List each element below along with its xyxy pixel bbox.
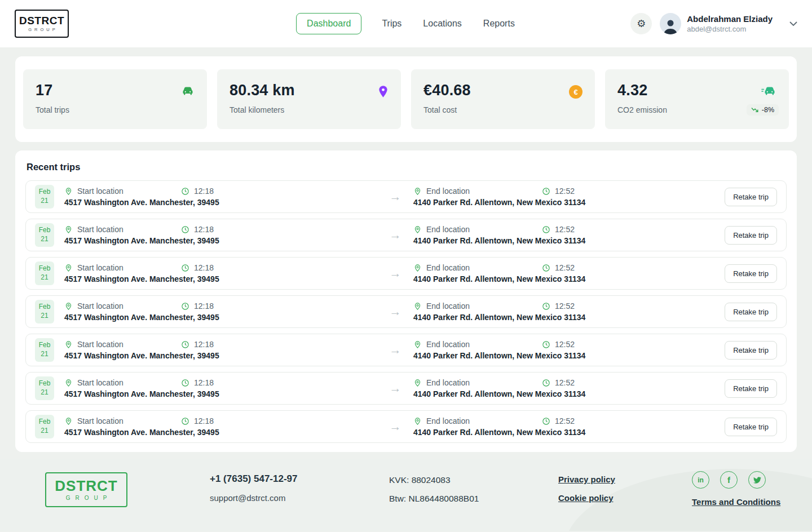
clock-icon bbox=[542, 379, 550, 387]
trip-row: Feb 21 Start location 12:18 4 bbox=[25, 295, 787, 328]
footer-logo-sub: GROUP bbox=[61, 495, 112, 501]
privacy-policy-link[interactable]: Privacy policy bbox=[558, 475, 615, 484]
nav-tab-locations[interactable]: Locations bbox=[422, 14, 463, 34]
stats-summary: 17 Total trips 80.34 km Total kilometers… bbox=[15, 56, 797, 142]
nav-tab-reports[interactable]: Reports bbox=[482, 14, 516, 34]
retake-trip-button[interactable]: Retake trip bbox=[725, 418, 777, 436]
location-pin-icon bbox=[413, 340, 422, 349]
gear-icon: ⚙ bbox=[637, 17, 646, 30]
start-address: 4517 Washington Ave. Manchester, 39495 bbox=[64, 428, 383, 437]
end-location-label: End location bbox=[426, 378, 470, 387]
start-time: 12:18 bbox=[194, 225, 214, 234]
footer-email[interactable]: support@dstrct.com bbox=[210, 493, 297, 503]
recent-trips-title: Recent trips bbox=[27, 162, 787, 172]
trip-date-badge: Feb 21 bbox=[35, 223, 54, 246]
end-time: 12:52 bbox=[555, 340, 575, 349]
trip-end-block: End location 12:52 4140 Parker Rd. Allen… bbox=[413, 416, 718, 437]
start-address: 4517 Washington Ave. Manchester, 39495 bbox=[64, 313, 383, 322]
end-location-label: End location bbox=[426, 187, 470, 196]
end-location-label: End location bbox=[426, 302, 470, 311]
end-address: 4140 Parker Rd. Allentown, New Mexico 31… bbox=[413, 313, 718, 322]
retake-trip-button[interactable]: Retake trip bbox=[725, 303, 777, 321]
trip-row: Feb 21 Start location 12:18 4 bbox=[25, 257, 787, 290]
trip-row: Feb 21 Start location 12:18 4 bbox=[25, 372, 787, 405]
trip-date-day: 21 bbox=[41, 273, 48, 282]
twitter-button[interactable] bbox=[748, 471, 766, 489]
main-nav: Dashboard Trips Locations Reports bbox=[296, 13, 516, 34]
stat-card-co2-emission: 4.32 CO2 emission -8% bbox=[605, 69, 789, 129]
clock-icon bbox=[542, 417, 550, 425]
trip-date-month: Feb bbox=[39, 226, 51, 235]
footer-logo: DSTRCT GROUP bbox=[45, 472, 127, 507]
terms-and-conditions-link[interactable]: Terms and Conditions bbox=[692, 497, 780, 507]
eco-car-icon bbox=[761, 85, 776, 97]
end-address: 4140 Parker Rd. Allentown, New Mexico 31… bbox=[413, 198, 718, 207]
footer-contact: +1 (7635) 547-12-97 support@dstrct.com bbox=[210, 473, 297, 503]
nav-tab-dashboard[interactable]: Dashboard bbox=[296, 13, 361, 34]
location-pin-icon bbox=[64, 225, 73, 234]
start-address: 4517 Washington Ave. Manchester, 39495 bbox=[64, 236, 383, 245]
nav-tab-trips[interactable]: Trips bbox=[381, 14, 403, 34]
trip-end-block: End location 12:52 4140 Parker Rd. Allen… bbox=[413, 187, 718, 207]
end-time: 12:52 bbox=[555, 263, 575, 272]
stat-value: 80.34 km bbox=[230, 82, 389, 99]
location-pin-icon bbox=[413, 379, 422, 387]
user-menu[interactable]: Abdelrahman Elziady abdel@dstrct.com bbox=[660, 13, 773, 34]
end-address: 4140 Parker Rd. Allentown, New Mexico 31… bbox=[413, 274, 718, 283]
start-location-label: Start location bbox=[77, 225, 123, 234]
start-time: 12:18 bbox=[194, 416, 214, 425]
trip-date-badge: Feb 21 bbox=[35, 261, 54, 285]
trip-start-block: Start location 12:18 4517 Washington Ave… bbox=[64, 187, 383, 207]
linkedin-icon: in bbox=[698, 476, 704, 484]
linkedin-button[interactable]: in bbox=[692, 471, 709, 489]
chevron-down-icon[interactable] bbox=[789, 21, 797, 26]
end-location-label: End location bbox=[426, 225, 470, 234]
trip-date-month: Feb bbox=[39, 303, 51, 312]
trip-end-block: End location 12:52 4140 Parker Rd. Allen… bbox=[413, 225, 718, 245]
retake-trip-button[interactable]: Retake trip bbox=[725, 226, 777, 245]
start-address: 4517 Washington Ave. Manchester, 39495 bbox=[64, 274, 383, 283]
footer-social: in f Terms and Conditions bbox=[692, 471, 788, 507]
header-right: ⚙ Abdelrahman Elziady abdel@dstrct.com bbox=[516, 13, 797, 34]
app-logo[interactable]: DSTRCT GROUP bbox=[15, 10, 69, 38]
end-time: 12:52 bbox=[555, 378, 575, 387]
retake-trip-button[interactable]: Retake trip bbox=[725, 379, 777, 398]
avatar bbox=[660, 13, 681, 34]
twitter-icon bbox=[753, 477, 761, 484]
facebook-button[interactable]: f bbox=[720, 471, 738, 489]
footer: DSTRCT GROUP +1 (7635) 547-12-97 support… bbox=[0, 459, 812, 531]
trip-date-day: 21 bbox=[41, 197, 48, 206]
trip-date-month: Feb bbox=[39, 188, 51, 197]
header: DSTRCT GROUP Dashboard Trips Locations R… bbox=[0, 0, 812, 47]
location-pin-icon bbox=[413, 264, 422, 272]
car-icon bbox=[181, 85, 195, 97]
stat-label: Total trips bbox=[36, 105, 195, 114]
recent-trips-section: Recent trips Feb 21 Start location bbox=[15, 150, 797, 452]
location-pin-icon bbox=[64, 187, 73, 196]
start-time: 12:18 bbox=[194, 378, 214, 387]
start-time: 12:18 bbox=[194, 263, 214, 272]
trip-date-month: Feb bbox=[39, 379, 51, 388]
app-logo-sub: GROUP bbox=[25, 27, 58, 32]
trip-start-block: Start location 12:18 4517 Washington Ave… bbox=[64, 263, 383, 283]
trip-row: Feb 21 Start location 12:18 4 bbox=[25, 334, 787, 366]
footer-btw: Btw: NL864480088B01 bbox=[389, 494, 479, 504]
stat-card-total-cost: €40.68 Total cost € bbox=[411, 69, 595, 129]
clock-icon bbox=[542, 264, 550, 272]
stat-value: €40.68 bbox=[423, 82, 582, 99]
trip-date-badge: Feb 21 bbox=[35, 185, 54, 208]
retake-trip-button[interactable]: Retake trip bbox=[725, 264, 777, 283]
facebook-icon: f bbox=[727, 475, 730, 485]
location-pin-icon bbox=[413, 187, 422, 196]
retake-trip-button[interactable]: Retake trip bbox=[725, 188, 777, 206]
start-address: 4517 Washington Ave. Manchester, 39495 bbox=[64, 198, 383, 207]
clock-icon bbox=[181, 264, 189, 272]
cookie-policy-link[interactable]: Cookie policy bbox=[558, 493, 615, 503]
footer-phone[interactable]: +1 (7635) 547-12-97 bbox=[210, 473, 297, 485]
retake-trip-button[interactable]: Retake trip bbox=[725, 341, 777, 360]
stat-value: 4.32 bbox=[617, 82, 776, 99]
settings-button[interactable]: ⚙ bbox=[630, 13, 652, 34]
stat-value: 17 bbox=[36, 82, 195, 99]
clock-icon bbox=[181, 379, 189, 387]
trip-start-block: Start location 12:18 4517 Washington Ave… bbox=[64, 340, 383, 360]
